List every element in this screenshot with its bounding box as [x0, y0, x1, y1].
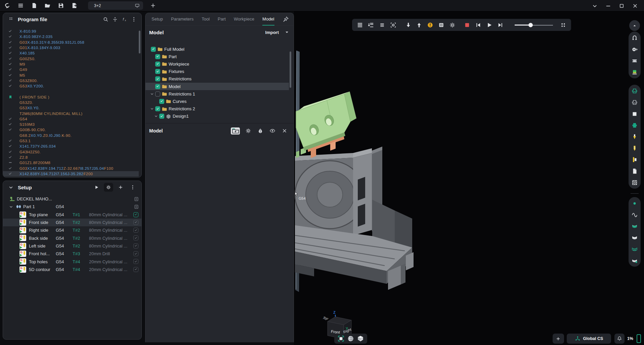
gcode-line[interactable]: G53X0.Y200. [3, 83, 139, 89]
drill-bit-icon[interactable] [631, 145, 638, 152]
gcode-line[interactable] [3, 89, 139, 94]
new-file-icon[interactable] [30, 1, 38, 10]
operation-checkbox[interactable] [133, 259, 138, 264]
setup-row-5d-contour[interactable]: G5D contourG54T#420mm Cylindrical ... [3, 266, 141, 273]
sphere-view-icon[interactable] [347, 335, 354, 342]
program-scrollbar[interactable] [139, 31, 140, 53]
collapse-panels-icon[interactable] [590, 1, 599, 10]
toolholder-filled-icon[interactable] [631, 122, 638, 129]
skip-to-end-icon[interactable] [497, 22, 504, 29]
step-up-icon[interactable] [416, 22, 423, 29]
setup-row-part-1[interactable]: Part 1G54 [3, 203, 141, 210]
machine-head-icon[interactable] [631, 34, 638, 41]
hatch-section-icon[interactable] [631, 179, 638, 186]
tree-checkbox[interactable] [155, 84, 160, 89]
surface-grid-icon[interactable] [631, 245, 638, 253]
tree-item-fixtures[interactable]: Fixtures [145, 68, 289, 75]
close-icon[interactable] [631, 1, 639, 10]
program-window-icon[interactable] [438, 22, 444, 29]
3d-viewport[interactable]: G54 Top Front Right Z Y X G [294, 11, 644, 345]
setup-row-right-side[interactable]: GRight sideG54T#280mm Cylindrical ... [3, 226, 141, 234]
setup-row-deckel-maho[interactable]: DECKEL MAHO... [3, 195, 141, 203]
pin-icon[interactable] [283, 16, 289, 22]
tree-item-restrictions[interactable]: Restrictions [145, 75, 289, 83]
gcode-line[interactable]: Z2.8 [3, 155, 139, 160]
select-frame-icon[interactable] [337, 335, 345, 342]
subpanel-gear-icon[interactable] [245, 127, 252, 134]
tree-checkbox[interactable] [155, 76, 160, 81]
nc-document-icon[interactable] [134, 204, 139, 209]
new-tab-icon[interactable] [148, 1, 157, 10]
vise-icon[interactable] [631, 57, 638, 64]
gcode-line[interactable]: G53Z0. [3, 100, 139, 105]
gcode-line[interactable]: M5 [3, 72, 139, 78]
curve-icon[interactable] [631, 211, 638, 218]
tab-setup[interactable]: Setup [152, 13, 163, 26]
gcode-line[interactable]: X141.737Y-265.034 [3, 144, 139, 149]
gcode-line[interactable]: M9 [3, 62, 139, 67]
tab-parameters[interactable]: Parameters [171, 13, 194, 26]
export-file-icon[interactable] [70, 1, 79, 10]
sim-to-cursor-icon[interactable] [368, 22, 375, 29]
minimize-icon[interactable] [604, 1, 612, 10]
sim-select-tool-icon[interactable] [390, 22, 396, 29]
gcode-line[interactable]: G01X-810.184Y-9.003 [3, 45, 139, 50]
rotary-table-icon[interactable] [631, 46, 638, 53]
collapse-chevron-icon[interactable] [7, 184, 14, 191]
droplet-icon[interactable] [257, 127, 264, 134]
gcode-line[interactable]: S159M3 [3, 122, 139, 127]
expand-grid-icon[interactable] [560, 22, 566, 29]
tree-item-restrictions-1[interactable]: Restrictions 1 [145, 90, 289, 98]
tree-scrollbar[interactable] [290, 51, 291, 88]
cone-tool-icon[interactable] [631, 133, 638, 140]
tree-checkbox[interactable] [155, 62, 160, 67]
add-cs-button[interactable] [553, 334, 564, 344]
toolholder-active-icon[interactable] [631, 87, 638, 94]
notifications-bell-icon[interactable] [614, 334, 625, 344]
gcode-line[interactable]: G01Z1.8F200M8 [3, 160, 139, 165]
gcode-line[interactable]: G49 [3, 67, 139, 72]
add-operation-button[interactable] [116, 183, 125, 192]
play-sim-icon[interactable] [486, 22, 493, 29]
gcode-line[interactable]: G53X0.Y0. [3, 105, 139, 111]
surface-active-icon[interactable] [631, 223, 638, 230]
gcode-line[interactable]: G00B-90.C90. [3, 127, 139, 132]
tree-checkbox[interactable] [155, 106, 160, 111]
setup-row-top-holes[interactable]: GTop holesG54T#420mm Cylindrical ... [3, 258, 141, 265]
tree-checkbox[interactable] [159, 114, 164, 119]
setup-row-top-plane[interactable]: GTop planeG54T#180mm Cylindrical ... [3, 211, 141, 219]
gcode-line[interactable]: X-810.983Y-2.035 [3, 34, 139, 39]
setup-row-left-side[interactable]: GLeft sideG54T#280mm Cylindrical ... [3, 242, 141, 250]
surface-point-icon[interactable] [631, 257, 638, 264]
step-down-icon[interactable] [405, 22, 412, 29]
gcode-line[interactable]: X40.185 [3, 50, 139, 56]
operation-checkbox[interactable] [133, 235, 138, 240]
setup-row-front-side[interactable]: GFront sideG54T#280mm Cylindrical ... [3, 219, 141, 226]
tree-item-part[interactable]: Part [145, 53, 289, 60]
surface-icon[interactable] [631, 234, 638, 241]
gcode-line[interactable]: X118.883Y-284.68I8.404J-36.737 [3, 177, 139, 177]
setup-settings-button[interactable] [104, 183, 113, 192]
setup-kebab-menu-icon[interactable] [128, 183, 137, 192]
gcode-line[interactable]: G03X142.838Y-194.712Z-32.667I8.257J35.04… [3, 165, 139, 171]
tree-item-model[interactable]: Model [145, 83, 289, 90]
tab-part[interactable]: Part [218, 13, 226, 26]
fixture-clamp-icon[interactable] [631, 156, 638, 163]
tree-item-restrictions-2[interactable]: Restrictions 2 [145, 105, 289, 113]
operation-checkbox[interactable] [133, 212, 138, 217]
sim-selected-lines-icon[interactable] [379, 22, 386, 29]
gcode-line[interactable]: G43H2Z50. [3, 149, 139, 155]
search-icon[interactable] [102, 15, 109, 23]
program-file-icon[interactable] [631, 167, 638, 175]
gcode-line[interactable]: ( FRONT SIDE ) [3, 94, 139, 100]
gcode-line[interactable]: G53Z800. [3, 78, 139, 83]
sim-all-lines-icon[interactable] [357, 22, 363, 29]
tab-model[interactable]: Model [262, 13, 274, 26]
setup-row-back-side[interactable]: GBack sideG54T#280mm Cylindrical ... [3, 234, 141, 242]
nc-document-icon[interactable] [134, 196, 139, 201]
operation-checkbox[interactable] [133, 228, 138, 233]
close-subpanel-icon[interactable] [281, 127, 288, 134]
save-icon[interactable] [56, 1, 65, 10]
gcode-line[interactable]: G53.1 [3, 138, 139, 144]
tree-item-design1[interactable]: Design1 [145, 113, 289, 120]
